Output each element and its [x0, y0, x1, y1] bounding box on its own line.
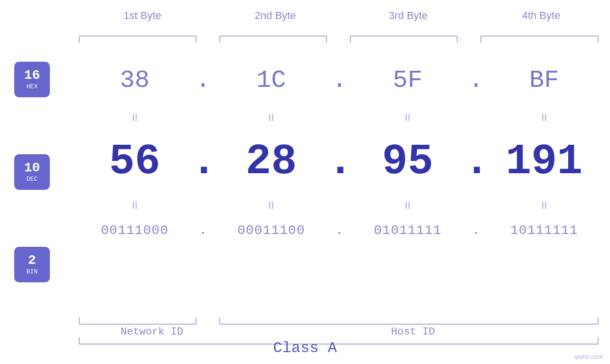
- dec-dot1: .: [191, 138, 215, 186]
- eq2-b3: II: [351, 199, 464, 212]
- hex-dot3: .: [464, 66, 488, 94]
- eq1-b1: II: [78, 112, 191, 124]
- byte-headers: 1st Byte 2nd Byte 3rd Byte 4th Byte: [88, 9, 596, 22]
- watermark: ipshu.com: [575, 353, 603, 360]
- bin-dot3: .: [464, 223, 488, 238]
- dec-number: 10: [24, 161, 40, 175]
- main-grid: 38 . 1C . 5F . BF II II: [78, 47, 601, 317]
- byte4-header: 4th Byte: [487, 9, 596, 22]
- hex-name: HEX: [27, 83, 38, 90]
- bin-byte2: 00011100: [215, 223, 328, 238]
- bin-dot2: .: [328, 223, 351, 238]
- byte2-header: 2nd Byte: [221, 9, 330, 22]
- bin-number: 2: [28, 254, 36, 267]
- hex-byte1: 38: [78, 66, 191, 94]
- hex-dot1: .: [191, 66, 215, 94]
- base-labels: 16 HEX 10 DEC 2 BIN: [14, 62, 50, 282]
- byte3-header: 3rd Byte: [354, 9, 463, 22]
- hex-number: 16: [24, 69, 40, 82]
- hex-row: 38 . 1C . 5F . BF: [78, 66, 601, 94]
- dec-badge: 10 DEC: [14, 154, 50, 190]
- dec-dot3: .: [464, 138, 488, 186]
- bin-byte1: 00111000: [78, 223, 191, 238]
- bin-byte4: 10111111: [488, 223, 601, 238]
- network-id-label: Network ID: [78, 326, 225, 338]
- bin-badge: 2 BIN: [14, 247, 50, 282]
- bin-dot1: .: [191, 223, 215, 238]
- bottom-brackets: [78, 316, 601, 326]
- top-brackets: [78, 34, 601, 45]
- dec-byte4: 191: [488, 138, 601, 186]
- byte1-header: 1st Byte: [88, 9, 197, 22]
- hex-badge: 16 HEX: [14, 62, 50, 97]
- bin-byte3: 01011111: [351, 223, 464, 238]
- eq1-b3: II: [351, 112, 464, 124]
- dec-byte3: 95: [351, 138, 464, 186]
- main-container: 1st Byte 2nd Byte 3rd Byte 4th Byte 16 H…: [0, 0, 610, 364]
- dec-byte1: 56: [78, 138, 191, 186]
- hex-byte3: 5F: [351, 66, 464, 94]
- eq2-b1: II: [78, 199, 191, 212]
- eq2-b4: II: [488, 199, 601, 212]
- eq1-b2: II: [215, 112, 328, 124]
- bin-row: 00111000 . 00011100 . 01011111 . 1011111…: [78, 223, 601, 238]
- eq2-b2: II: [215, 199, 328, 212]
- hex-byte4: BF: [488, 66, 601, 94]
- equals-row-2: II II II II: [78, 199, 601, 212]
- dec-name: DEC: [27, 176, 38, 183]
- hex-dot2: .: [328, 66, 351, 94]
- host-id-label: Host ID: [225, 326, 601, 338]
- class-label: Class A: [0, 339, 610, 357]
- equals-row-1: II II II II: [78, 112, 601, 124]
- hex-byte2: 1C: [215, 66, 328, 94]
- dec-dot2: .: [328, 138, 351, 186]
- eq1-b4: II: [488, 112, 601, 124]
- dec-row: 56 . 28 . 95 . 191: [78, 138, 601, 186]
- bin-name: BIN: [27, 268, 38, 275]
- dec-byte2: 28: [215, 138, 328, 186]
